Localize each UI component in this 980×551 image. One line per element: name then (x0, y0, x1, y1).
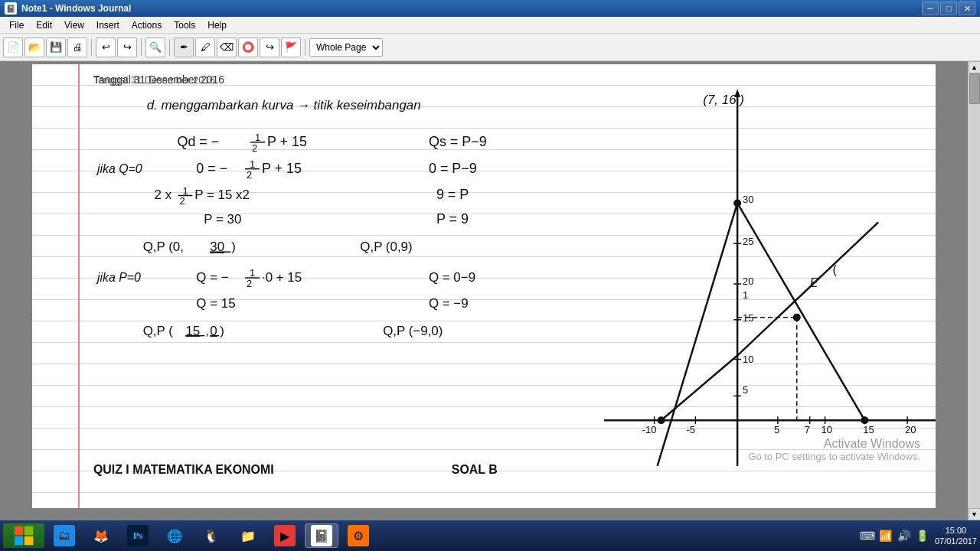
tray-icons: ⌨ 📶 🔊 🔋 (860, 528, 930, 543)
flag-tool[interactable]: 🚩 (281, 37, 301, 57)
svg-text:30: 30 (743, 194, 753, 205)
open-button[interactable]: 📂 (24, 37, 44, 57)
svg-text:P  =  9: P = 9 (436, 211, 469, 227)
svg-line-80 (737, 203, 864, 420)
svg-rect-96 (15, 527, 23, 535)
taskbar-app-chrome[interactable]: 🌐 (158, 523, 191, 548)
settings-icon: ⚙ (348, 525, 369, 546)
svg-text:Q  =  15: Q = 15 (196, 296, 235, 311)
title-bar: 📓 Note1 - Windows Journal ─ □ ✕ (0, 0, 980, 17)
chrome-icon: 🌐 (164, 525, 185, 546)
svg-text:P + 15: P + 15 (267, 134, 307, 149)
minimize-button[interactable]: ─ (922, 2, 939, 15)
tray-keyboard[interactable]: ⌨ (860, 528, 875, 543)
svg-text:Q,P  (−9,0): Q,P (−9,0) (383, 324, 443, 338)
pen-tool[interactable]: ✒ (174, 37, 194, 57)
svg-text:7: 7 (805, 424, 810, 435)
highlighter-tool[interactable]: 🖊 (195, 37, 215, 57)
svg-text:SOAL B: SOAL B (452, 463, 498, 476)
start-button[interactable] (3, 523, 44, 548)
window-title: Note1 - Windows Journal (21, 3, 131, 14)
svg-text:): ) (231, 240, 236, 254)
svg-text:P  =   15 x2: P = 15 x2 (194, 188, 250, 203)
svg-line-82 (662, 356, 738, 421)
svg-text:E: E (810, 276, 818, 289)
close-button[interactable]: ✕ (959, 2, 975, 15)
taskbar-app-video[interactable]: ▶ (268, 523, 302, 548)
taskbar-app-bird[interactable]: 🐧 (194, 523, 228, 548)
new-button[interactable]: 📄 (3, 37, 23, 57)
lasso-tool[interactable]: ⭕ (238, 37, 258, 57)
scroll-down-button[interactable]: ▼ (969, 508, 981, 520)
scroll-track[interactable] (969, 73, 981, 508)
scroll-up-button[interactable]: ▲ (969, 61, 981, 73)
svg-text:2: 2 (252, 142, 257, 154)
svg-text:Qd = −: Qd = − (177, 134, 219, 149)
redo-button[interactable]: ↪ (117, 37, 137, 57)
svg-rect-97 (24, 527, 33, 535)
svg-text:0 = −: 0 = − (196, 161, 227, 176)
tray-volume[interactable]: 🔊 (897, 528, 912, 543)
svg-text:): ) (220, 324, 224, 338)
svg-text:1: 1 (182, 185, 188, 197)
menu-insert[interactable]: Insert (90, 18, 126, 32)
svg-text:QUIZ  I MATEMATIKA EKONOMI: QUIZ I MATEMATIKA EKONOMI (93, 463, 274, 476)
svg-rect-98 (15, 536, 23, 545)
page-container: Tanggal 31 Desember 2016 d. menggambarka… (0, 61, 968, 520)
margin-line (78, 64, 80, 508)
system-clock: 15:00 07/01/2017 (935, 525, 977, 547)
page-inner: Tanggal 31 Desember 2016 d. menggambarka… (32, 64, 936, 508)
separator-1 (91, 39, 92, 56)
svg-text:(: ( (833, 263, 838, 276)
svg-text:Q,P   (0,: Q,P (0, (143, 240, 184, 254)
separator-4 (305, 39, 305, 56)
svg-text:·0 + 15: ·0 + 15 (262, 270, 302, 285)
tray-battery[interactable]: 🔋 (915, 528, 930, 543)
zoom-select[interactable]: Whole Page 50% 75% 100% 150% (309, 38, 383, 57)
menu-bar: File Edit View Insert Actions Tools Help (0, 17, 980, 34)
svg-text:5: 5 (774, 424, 779, 435)
window-controls: ─ □ ✕ (922, 2, 975, 15)
svg-text:20: 20 (905, 424, 916, 435)
svg-text:P + 15: P + 15 (262, 161, 302, 176)
svg-text:1: 1 (743, 289, 748, 301)
menu-file[interactable]: File (3, 18, 30, 32)
svg-rect-99 (24, 536, 33, 545)
eraser-tool[interactable]: ⌫ (217, 37, 237, 57)
svg-text:2: 2 (179, 195, 185, 207)
print-button[interactable]: 🖨 (67, 37, 87, 57)
document-page: Tanggal 31 Desember 2016 d. menggambarka… (32, 64, 936, 508)
maximize-button[interactable]: □ (940, 2, 957, 15)
search-button[interactable]: 🔍 (145, 37, 165, 57)
scrollbar-right[interactable]: ▲ ▼ (968, 61, 980, 520)
taskbar-app-journal[interactable]: 📓 (305, 523, 338, 548)
svg-text:1: 1 (250, 267, 255, 279)
firefox-icon: 🦊 (90, 525, 112, 546)
video-icon: ▶ (274, 525, 296, 546)
svg-text:jika   P=0: jika P=0 (96, 271, 141, 284)
tray-network[interactable]: 📶 (878, 528, 893, 543)
explorer-icon: 🗂 (54, 525, 75, 546)
svg-text:10: 10 (822, 424, 832, 435)
taskbar-app-firefox[interactable]: 🦊 (84, 523, 118, 548)
menu-tools[interactable]: Tools (168, 18, 201, 32)
undo-button[interactable]: ↩ (96, 37, 116, 57)
svg-text:d.   menggambarkan   kurva  → : d. menggambarkan kurva → titik keseimban… (147, 98, 421, 112)
menu-actions[interactable]: Actions (126, 18, 168, 32)
insert-tool[interactable]: ↪ (260, 37, 279, 57)
svg-text:2 x: 2 x (155, 188, 172, 203)
svg-text:P  =   30: P = 30 (204, 212, 241, 227)
taskbar-app-explorer[interactable]: 🗂 (47, 523, 81, 548)
taskbar-app-photoshop[interactable]: Ps (121, 523, 155, 548)
taskbar-app-settings[interactable]: ⚙ (341, 523, 375, 548)
app-icon: 📓 (5, 2, 17, 15)
svg-text:10: 10 (743, 354, 753, 365)
save-button[interactable]: 💾 (46, 37, 66, 57)
scroll-thumb[interactable] (969, 73, 980, 104)
menu-help[interactable]: Help (201, 18, 233, 32)
taskbar-app-folder[interactable]: 📁 (231, 523, 265, 548)
svg-text:-5: -5 (686, 424, 695, 435)
menu-edit[interactable]: Edit (30, 18, 58, 32)
menu-view[interactable]: View (58, 18, 90, 32)
svg-text:1: 1 (255, 132, 260, 143)
